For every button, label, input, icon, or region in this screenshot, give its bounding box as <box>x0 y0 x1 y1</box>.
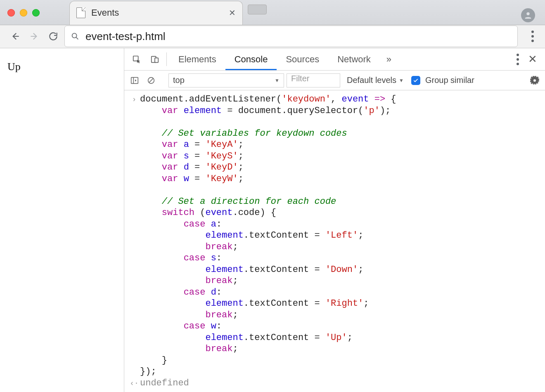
browser-titlebar: Events ✕ <box>0 0 545 25</box>
browser-toolbar: event-test-p.html <box>0 25 545 48</box>
context-value: top <box>173 76 185 85</box>
console-settings-icon[interactable] <box>528 76 542 85</box>
page-viewport[interactable]: Up <box>0 48 124 392</box>
back-button[interactable] <box>7 28 23 44</box>
tab-close-icon[interactable]: ✕ <box>229 8 236 18</box>
window-minimize-button[interactable] <box>20 9 27 17</box>
window-controls <box>7 9 40 17</box>
address-text: event-test-p.html <box>85 30 166 43</box>
inspect-element-icon[interactable] <box>128 48 146 70</box>
devtools-tabstrip: Elements Console Sources Network » ✕ <box>124 48 545 71</box>
filter-placeholder: Filter <box>291 74 309 83</box>
browser-tab[interactable]: Events ✕ <box>69 1 243 25</box>
tab-title: Events <box>91 7 229 18</box>
chevron-down-icon: ▼ <box>399 78 404 83</box>
tabs-overflow-icon[interactable]: » <box>380 48 398 70</box>
console-return-value: undefined <box>140 378 189 389</box>
context-selector[interactable]: top ▼ <box>168 73 284 87</box>
window-maximize-button[interactable] <box>32 9 40 17</box>
clear-console-icon[interactable] <box>144 76 158 85</box>
console-toolbar: top ▼ Filter Default levels ▼ Group simi… <box>124 71 545 90</box>
file-icon <box>76 7 85 18</box>
window-close-button[interactable] <box>7 9 15 17</box>
search-icon <box>71 32 80 41</box>
svg-rect-5 <box>131 77 138 83</box>
chevron-down-icon: ▼ <box>275 78 280 83</box>
forward-button[interactable] <box>26 28 42 44</box>
profile-avatar[interactable] <box>521 8 535 22</box>
devtools-close-button[interactable]: ✕ <box>524 53 542 66</box>
group-similar-label: Group similar <box>425 76 474 85</box>
tab-console[interactable]: Console <box>225 48 277 70</box>
browser-menu-button[interactable] <box>527 28 538 44</box>
devtools-menu-button[interactable] <box>512 52 524 67</box>
console-input-row: › document.addEventListener('keydown', e… <box>124 94 545 378</box>
svg-point-0 <box>526 12 529 15</box>
devtools-panel: Elements Console Sources Network » ✕ <box>124 48 545 392</box>
reload-button[interactable] <box>45 28 61 44</box>
console-sidebar-toggle-icon[interactable] <box>128 76 142 85</box>
page-paragraph: Up <box>7 61 116 73</box>
console-return-row: ‹· undefined <box>124 378 545 389</box>
svg-line-8 <box>149 78 153 82</box>
tab-sources[interactable]: Sources <box>277 48 328 70</box>
address-bar[interactable]: event-test-p.html <box>64 26 518 47</box>
device-toolbar-icon[interactable] <box>146 48 164 70</box>
tab-network[interactable]: Network <box>328 48 380 70</box>
filter-input[interactable]: Filter <box>287 73 340 87</box>
svg-rect-4 <box>155 58 158 62</box>
levels-label: Default levels <box>347 76 396 85</box>
prompt-icon: › <box>128 94 140 378</box>
svg-point-1 <box>72 33 77 38</box>
return-icon: ‹· <box>128 378 140 389</box>
console-output[interactable]: › document.addEventListener('keydown', e… <box>124 90 545 392</box>
tab-elements[interactable]: Elements <box>169 48 225 70</box>
console-code: document.addEventListener('keydown', eve… <box>140 94 396 378</box>
group-similar-checkbox[interactable] <box>411 76 420 85</box>
log-levels-selector[interactable]: Default levels ▼ <box>347 76 404 85</box>
new-tab-button[interactable] <box>248 5 267 14</box>
